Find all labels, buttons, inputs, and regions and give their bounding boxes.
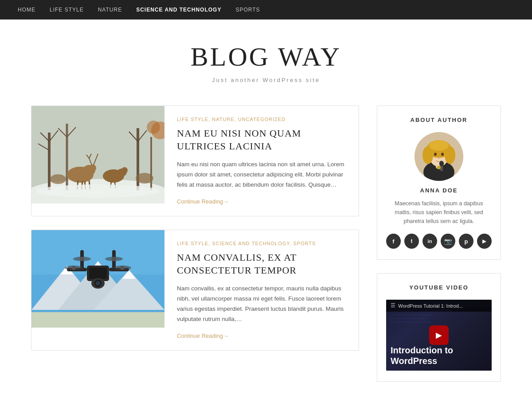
youtube-video-title: Introduction to WordPress [391, 345, 487, 366]
nav-lifestyle[interactable]: LIFE STYLE [50, 7, 84, 13]
author-name: ANNA DOE [386, 187, 492, 194]
post-title-2: NAM CONVALLIS, EX AT CONSECTETUR TEMPOR [177, 251, 346, 277]
svg-rect-74 [439, 161, 444, 166]
about-author-title: ABOUT AUTHOR [386, 117, 492, 123]
social-youtube[interactable]: ▶ [477, 234, 492, 249]
svg-point-58 [71, 266, 76, 270]
svg-point-33 [36, 184, 160, 198]
svg-point-72 [438, 157, 440, 159]
nav-home[interactable]: HOME [18, 7, 35, 13]
svg-point-59 [120, 266, 125, 270]
posts-column: LIFE STYLE, NATURE, UNCATEGORIZED NAM EU… [31, 106, 359, 382]
social-pinterest[interactable]: p [459, 234, 473, 249]
site-tagline: Just another WordPress site [9, 77, 523, 83]
social-facebook[interactable]: f [386, 234, 401, 249]
post-card-1: LIFE STYLE, NATURE, UNCATEGORIZED NAM EU… [31, 106, 359, 216]
drone-image-svg [31, 230, 164, 328]
about-author-widget: ABOUT AUTHOR [377, 106, 501, 260]
svg-point-67 [422, 146, 433, 164]
post-title-1: NAM EU NISI NON QUAM ULTRICES LACINIA [177, 127, 346, 153]
svg-point-69 [429, 140, 449, 151]
youtube-header: ☰ WordPress Tutorial 1: Introd... [386, 300, 492, 312]
svg-point-70 [434, 153, 437, 156]
deer-image-svg [31, 106, 164, 203]
nav-science-technology[interactable]: SCIENCE AND TECHNOLOGY [136, 7, 221, 13]
youtube-thumbnail[interactable]: ☰ WordPress Tutorial 1: Introd... ▶ Intr… [386, 300, 492, 371]
post-categories-2: LIFE STYLE, SCIENCE AND TECHNOLOGY, SPOR… [177, 241, 346, 246]
svg-point-31 [50, 174, 66, 184]
continue-reading-2[interactable]: Continue Reading→ [177, 332, 229, 339]
main-navigation: HOME LIFE STYLE NATURE SCIENCE AND TECHN… [0, 0, 532, 20]
post-excerpt-2: Nam convallis, ex at consectetur tempor,… [177, 284, 346, 325]
post-content-1: LIFE STYLE, NATURE, UNCATEGORIZED NAM EU… [164, 106, 359, 216]
svg-point-28 [121, 167, 128, 173]
post-categories-1: LIFE STYLE, NATURE, UNCATEGORIZED [177, 117, 346, 122]
post-excerpt-1: Nam eu nisi non quam ultrices lacinia no… [177, 160, 346, 190]
svg-point-16 [89, 164, 96, 172]
author-avatar-svg [415, 132, 463, 181]
youtube-play-button[interactable]: ▶ [429, 325, 449, 345]
svg-point-32 [136, 173, 153, 184]
svg-rect-80 [388, 314, 433, 316]
youtube-widget: YOUTUBE VIDEO ☰ WordPress Tut [377, 273, 501, 382]
youtube-header-text: WordPress Tutorial 1: Introd... [398, 303, 463, 309]
svg-point-68 [445, 146, 455, 164]
youtube-widget-title: YOUTUBE VIDEO [386, 284, 492, 291]
social-linkedin[interactable]: in [422, 234, 437, 249]
post-image-drone [31, 230, 164, 350]
svg-rect-44 [31, 312, 164, 328]
main-layout: LIFE STYLE, NATURE, UNCATEGORIZED NAM EU… [22, 106, 510, 382]
sidebar: ABOUT AUTHOR [377, 106, 501, 382]
post-image-deer [31, 106, 164, 216]
svg-point-60 [80, 257, 84, 261]
author-avatar [415, 132, 463, 181]
nav-sports[interactable]: SPORTS [235, 7, 260, 13]
svg-point-75 [437, 166, 441, 169]
site-header: BLOG WAY Just another WordPress site [0, 20, 532, 97]
svg-rect-81 [388, 317, 426, 319]
continue-reading-1[interactable]: Continue Reading→ [177, 198, 229, 205]
svg-rect-82 [388, 321, 430, 323]
post-content-2: LIFE STYLE, SCIENCE AND TECHNOLOGY, SPOR… [164, 230, 359, 350]
social-instagram[interactable]: 📷 [441, 234, 455, 249]
svg-point-61 [112, 257, 116, 261]
social-twitter[interactable]: t [404, 234, 419, 249]
svg-point-49 [96, 281, 100, 286]
nav-nature[interactable]: NATURE [98, 7, 122, 13]
site-title: BLOG WAY [9, 42, 523, 72]
social-icons: f t in 📷 p ▶ [386, 234, 492, 249]
svg-rect-46 [89, 268, 107, 279]
author-bio: Maecenas facilisis, ipsum a dapibus matt… [386, 199, 492, 226]
svg-point-71 [441, 153, 444, 156]
post-card-2: LIFE STYLE, SCIENCE AND TECHNOLOGY, SPOR… [31, 230, 359, 351]
svg-point-35 [147, 121, 160, 134]
youtube-header-icon: ☰ [391, 302, 395, 309]
